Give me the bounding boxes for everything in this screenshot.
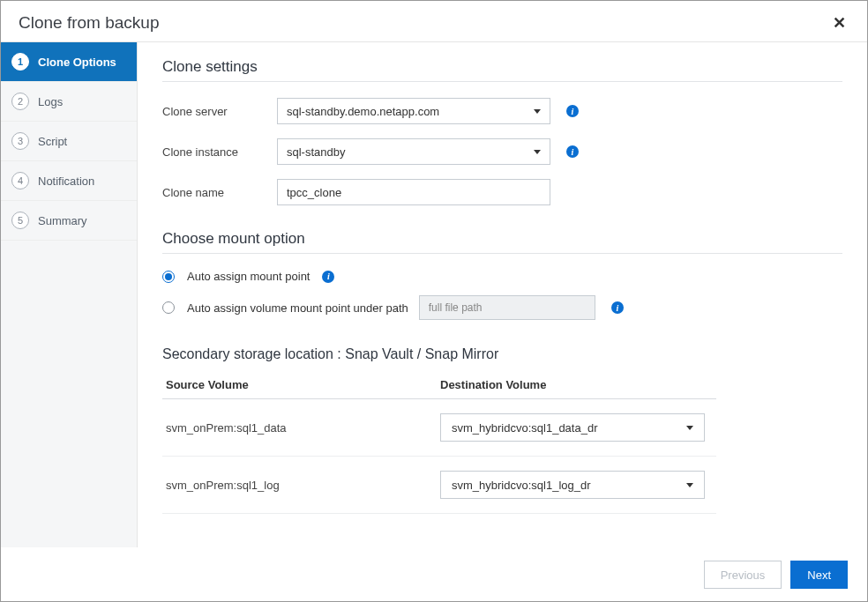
clone-dialog: Clone from backup ✕ 1 Clone Options 2 Lo… xyxy=(0,0,868,602)
storage-table-head: Source Volume Destination Volume xyxy=(162,378,716,399)
sidebar-item-clone-options[interactable]: 1 Clone Options xyxy=(1,42,137,82)
chevron-down-icon xyxy=(534,150,541,154)
step-number: 2 xyxy=(11,93,29,110)
step-number: 1 xyxy=(11,53,29,71)
info-icon[interactable]: i xyxy=(566,105,579,117)
storage-table: Source Volume Destination Volume svm_onP… xyxy=(162,378,716,514)
destination-volume-value: svm_hybridcvo:sql1_log_dr xyxy=(452,479,591,492)
dialog-body: 1 Clone Options 2 Logs 3 Script 4 Notifi… xyxy=(1,42,867,547)
wizard-sidebar: 1 Clone Options 2 Logs 3 Script 4 Notifi… xyxy=(1,42,138,547)
source-volume-text: svm_onPrem:sql1_data xyxy=(162,421,440,435)
step-label: Clone Options xyxy=(38,56,116,69)
radio-path-mount-label: Auto assign volume mount point under pat… xyxy=(187,301,408,315)
mount-path-input[interactable]: full file path xyxy=(419,295,595,320)
sidebar-item-script[interactable]: 3 Script xyxy=(1,122,137,161)
radio-auto-mount-label: Auto assign mount point xyxy=(187,270,310,283)
chevron-down-icon xyxy=(686,483,693,487)
dialog-title: Clone from backup xyxy=(19,13,159,33)
info-icon[interactable]: i xyxy=(322,271,334,283)
clone-name-label: Clone name xyxy=(162,186,277,199)
radio-path-mount[interactable] xyxy=(162,301,175,314)
divider xyxy=(162,81,842,82)
clone-instance-label: Clone instance xyxy=(162,145,277,159)
step-number: 4 xyxy=(11,172,29,190)
divider xyxy=(162,253,842,254)
step-label: Notification xyxy=(38,175,94,188)
mount-option-path: Auto assign volume mount point under pat… xyxy=(162,295,842,320)
sidebar-item-logs[interactable]: 2 Logs xyxy=(1,82,137,122)
step-label: Script xyxy=(38,135,67,148)
clone-server-value: sql-standby.demo.netapp.com xyxy=(287,105,439,118)
destination-volume-value: svm_hybridcvo:sql1_data_dr xyxy=(452,421,597,435)
clone-name-value: tpcc_clone xyxy=(287,186,341,199)
mount-heading: Choose mount option xyxy=(162,230,842,248)
clone-settings-heading: Clone settings xyxy=(162,58,842,76)
info-icon[interactable]: i xyxy=(566,145,579,158)
step-number: 3 xyxy=(11,132,29,150)
table-row: svm_onPrem:sql1_data svm_hybridcvo:sql1_… xyxy=(162,399,716,457)
sidebar-item-notification[interactable]: 4 Notification xyxy=(1,161,137,201)
info-icon[interactable]: i xyxy=(611,301,624,314)
clone-name-row: Clone name tpcc_clone xyxy=(162,179,842,205)
clone-server-label: Clone server xyxy=(162,105,277,118)
storage-section: Secondary storage location : Snap Vault … xyxy=(162,346,842,514)
clone-instance-value: sql-standby xyxy=(287,145,345,159)
col-source-volume: Source Volume xyxy=(162,378,440,391)
clone-instance-row: Clone instance sql-standby i xyxy=(162,138,842,165)
next-button[interactable]: Next xyxy=(790,561,848,589)
previous-button[interactable]: Previous xyxy=(704,561,782,589)
table-row: svm_onPrem:sql1_log svm_hybridcvo:sql1_l… xyxy=(162,457,716,514)
chevron-down-icon xyxy=(534,109,541,114)
step-label: Summary xyxy=(38,214,87,227)
clone-server-row: Clone server sql-standby.demo.netapp.com… xyxy=(162,98,842,124)
content-area: Clone settings Clone server sql-standby.… xyxy=(138,42,867,547)
destination-volume-select[interactable]: svm_hybridcvo:sql1_log_dr xyxy=(440,471,705,499)
mount-section: Choose mount option Auto assign mount po… xyxy=(162,230,842,320)
dialog-header: Clone from backup ✕ xyxy=(1,1,867,42)
col-destination-volume: Destination Volume xyxy=(440,378,716,391)
close-icon[interactable]: ✕ xyxy=(829,13,849,33)
clone-instance-select[interactable]: sql-standby xyxy=(277,138,550,165)
clone-name-input[interactable]: tpcc_clone xyxy=(277,179,550,205)
clone-server-select[interactable]: sql-standby.demo.netapp.com xyxy=(277,98,550,124)
chevron-down-icon xyxy=(686,426,693,430)
mount-option-auto: Auto assign mount point i xyxy=(162,270,842,283)
sidebar-item-summary[interactable]: 5 Summary xyxy=(1,201,137,241)
radio-auto-mount[interactable] xyxy=(162,271,175,283)
source-volume-text: svm_onPrem:sql1_log xyxy=(162,479,440,492)
step-number: 5 xyxy=(11,212,29,229)
step-label: Logs xyxy=(38,95,63,108)
dialog-footer: Previous Next xyxy=(1,547,867,601)
storage-heading: Secondary storage location : Snap Vault … xyxy=(162,346,842,362)
destination-volume-select[interactable]: svm_hybridcvo:sql1_data_dr xyxy=(440,413,705,442)
